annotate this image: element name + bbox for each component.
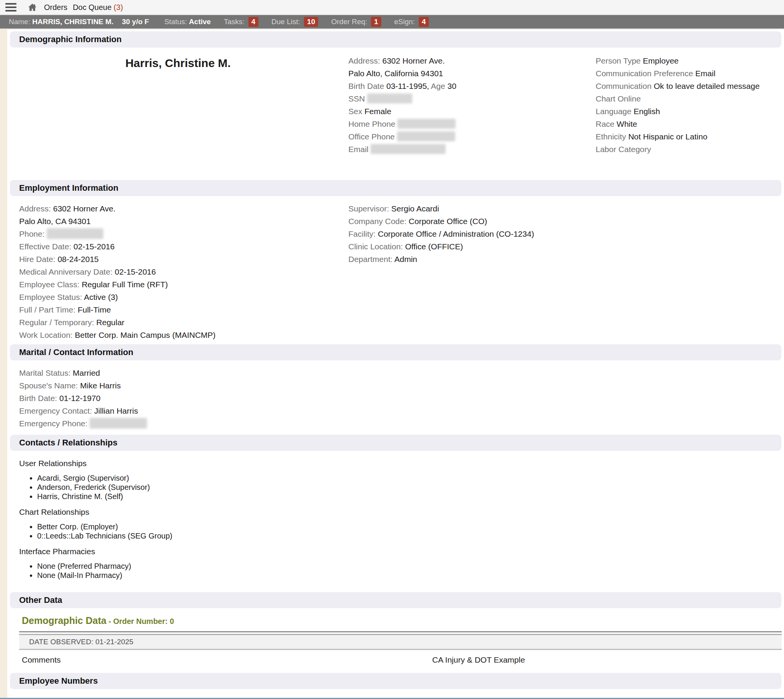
field-row: Marital Status: Married (19, 366, 784, 379)
counter-badge[interactable]: 10 (304, 17, 318, 27)
redacted-value (370, 144, 446, 154)
field-label: Department: (348, 255, 394, 263)
counter-tasks[interactable]: Tasks:4 (224, 17, 258, 27)
comments-value: CA Injury & DOT Example (432, 654, 525, 665)
field-value: White (617, 119, 637, 128)
field-row: Office Phone (348, 130, 595, 143)
field-value: Full-Time (78, 305, 111, 314)
double-rule-divider (19, 631, 782, 635)
patient-age-sex: 30 y/o F (122, 18, 149, 26)
field-label: Spouse's Name: (19, 381, 80, 390)
field-value: Palo Alto, California 94301 (348, 69, 443, 78)
field-label: Home Phone (348, 119, 397, 128)
field-row: Palo Alto, California 94301 (348, 67, 595, 80)
field-label: Age (429, 81, 448, 90)
nav-item-orders[interactable]: Orders (44, 3, 67, 12)
field-label: Sex (348, 107, 364, 116)
field-row: Full / Part Time: Full-Time (19, 303, 348, 316)
counter-badge[interactable]: 4 (419, 17, 429, 27)
field-value: 10008 (91, 696, 114, 699)
field-row: Communication Preference Email (595, 67, 784, 80)
counter-orderreq[interactable]: Order Req:1 (331, 17, 381, 27)
field-value: 02-15-2016 (115, 267, 156, 276)
field-value: 03-11-1995, (386, 81, 429, 90)
demographic-data-entry-link[interactable]: Demographic Data - Order Number: 0 (19, 614, 784, 628)
interface-pharmacies-list: None (Preferred Pharmacy)None (Mail-In P… (19, 562, 784, 580)
list-item: None (Preferred Pharmacy) (37, 562, 784, 571)
home-icon[interactable] (27, 3, 38, 12)
field-label: Emergency Phone: (19, 419, 89, 428)
field-value: Mike Harris (80, 381, 121, 390)
field-label: Full / Part Time: (19, 305, 78, 314)
patient-name: HARRIS, CHRISTINE M. (32, 18, 113, 26)
field-label: Address: (348, 56, 382, 65)
field-value: 30 (448, 81, 457, 90)
list-item: Acardi, Sergio (Supervisor) (37, 474, 784, 483)
field-label: Office Phone (348, 132, 397, 141)
section-header-employment-information: Employment Information (10, 180, 781, 196)
field-row: Clinic Location: Office (OFFICE) (348, 240, 784, 253)
section-header-demographic-information: Demographic Information (10, 31, 781, 48)
field-value: Regular Full Time (RFT) (81, 280, 168, 289)
field-row: Work Location: Better Corp. Main Campus … (19, 329, 348, 341)
hamburger-menu-icon[interactable] (5, 3, 17, 12)
field-row: Birth Date: 01-12-1970 (19, 392, 784, 404)
field-value: 6302 Horner Ave. (382, 56, 445, 65)
comments-row: Comments CA Injury & DOT Example (19, 654, 784, 665)
field-label: SSN (348, 94, 367, 103)
field-value: Jillian Harris (94, 406, 138, 415)
field-row: Sex Female (348, 105, 595, 118)
field-value: 08-24-2015 (58, 255, 98, 263)
field-row: MIE (Test Patients): 10008 (19, 694, 784, 699)
redacted-value (367, 93, 412, 103)
employment-section: Address: 6302 Horner Ave.Palo Alto, CA 9… (7, 196, 784, 341)
counter-label: Due List: (271, 18, 300, 26)
employee-numbers-section: MIE (Test Patients): 10008 (7, 689, 784, 699)
section-header-marital-contact-information: Marital / Contact Information (10, 345, 781, 360)
field-row: Regular / Temporary: Regular (19, 316, 348, 329)
field-row: Department: Admin (348, 253, 784, 265)
counter-label: Order Req: (331, 18, 367, 26)
field-row: Ethnicity Not Hispanic or Latino (595, 130, 784, 143)
field-value: Palo Alto, CA 94301 (19, 217, 91, 225)
counter-duelist[interactable]: Due List:10 (271, 17, 318, 27)
field-row: Emergency Phone: (19, 417, 784, 430)
group-title-user-relationships: User Relationships (19, 457, 784, 470)
field-label: Birth Date (348, 81, 386, 90)
counter-badge[interactable]: 4 (248, 17, 259, 27)
field-label: Regular / Temporary: (19, 318, 96, 327)
field-row: Supervisor: Sergio Acardi (348, 202, 784, 215)
counter-badge[interactable]: 1 (371, 17, 381, 27)
field-label: Marital Status: (19, 368, 73, 377)
main-content: Demographic Information Harris, Christin… (7, 31, 784, 699)
field-row: Phone: (19, 227, 348, 240)
employment-right-column: Supervisor: Sergio AcardiCompany Code: C… (348, 202, 784, 341)
field-value: Corporate Office (CO) (409, 217, 487, 225)
field-row: Race White (595, 118, 784, 130)
field-row: Person Type Employee (595, 55, 784, 67)
field-label: Medical Anniversary Date: (19, 267, 115, 276)
field-label: Employee Status: (19, 293, 84, 301)
list-item: Anderson, Frederick (Supervisor) (37, 483, 784, 492)
patient-display-name: Harris, Christine M. (19, 57, 337, 70)
field-value: Active (3) (84, 293, 118, 301)
field-value: Ok to leave detailed message (654, 81, 760, 90)
field-row: Home Phone (348, 118, 595, 130)
field-row: Employee Class: Regular Full Time (RFT) (19, 278, 348, 291)
field-row: Employee Status: Active (3) (19, 291, 348, 303)
date-observed-row: DATE OBSERVED: 01-21-2025 (19, 635, 782, 650)
field-row: Company Code: Corporate Office (CO) (348, 215, 784, 227)
field-row: Facility: Corporate Office / Administrat… (348, 227, 784, 240)
nav-item-doc-queue[interactable]: Doc Queue (3) (73, 3, 123, 12)
field-value: Married (73, 368, 100, 377)
section-header-contacts-relationships: Contacts / Relationships (10, 435, 781, 451)
field-label: Employee Class: (19, 280, 81, 289)
counter-label: Tasks: (224, 18, 245, 26)
field-label: Address: (19, 204, 53, 213)
counter-esign[interactable]: eSign:4 (394, 17, 429, 27)
doc-queue-count: (3) (114, 3, 123, 12)
list-item: Harris, Christine M. (Self) (37, 492, 784, 501)
field-label: Supervisor: (348, 204, 391, 213)
top-nav: Orders Doc Queue (3) (0, 0, 784, 15)
group-title-interface-pharmacies: Interface Pharmacies (19, 545, 784, 558)
